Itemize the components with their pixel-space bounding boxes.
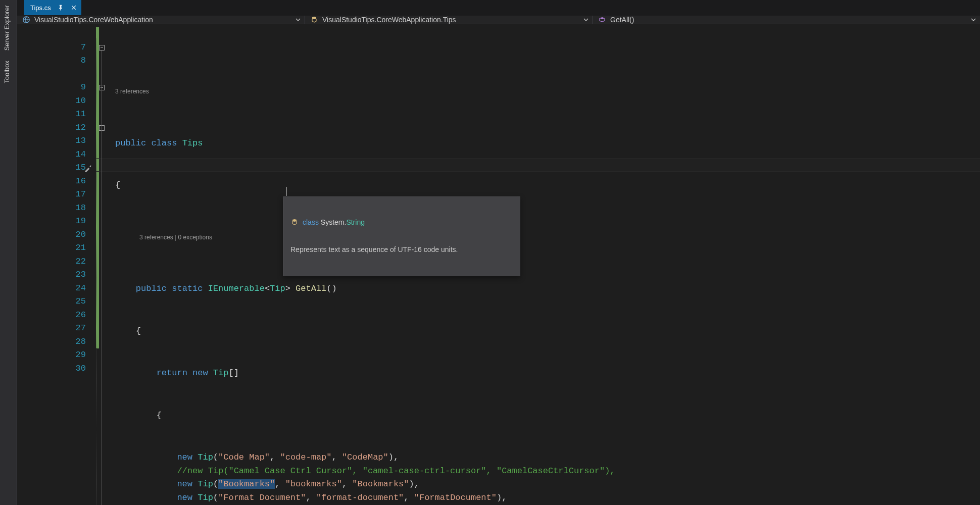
code-line: public class Tips bbox=[115, 137, 980, 150]
code-editor[interactable]: . 78.91011121314151617181920212223242526… bbox=[17, 24, 980, 505]
line-number: 29 bbox=[17, 348, 96, 362]
line-number: 12 bbox=[17, 121, 96, 135]
nav-member-label: GetAll() bbox=[610, 16, 634, 24]
main-area: Tips.cs VisualStudioTips.CoreWebApplicat… bbox=[17, 0, 980, 505]
codelens-method[interactable]: 3 references | 0 exceptions bbox=[115, 231, 980, 244]
code-line: { bbox=[115, 179, 980, 192]
codelens-class[interactable]: 3 references bbox=[115, 85, 980, 98]
line-number: 22 bbox=[17, 255, 96, 269]
nav-project-label: VisualStudioTips.CoreWebApplication bbox=[34, 16, 153, 24]
code-line: return new Tip[] bbox=[115, 367, 980, 380]
document-tab-bar: Tips.cs bbox=[17, 0, 980, 16]
line-number: 25 bbox=[17, 295, 96, 309]
line-number: 13 bbox=[17, 134, 96, 148]
line-number: 17 bbox=[17, 188, 96, 201]
document-tab-title: Tips.cs bbox=[30, 4, 51, 12]
line-number: 14 bbox=[17, 148, 96, 162]
method-icon bbox=[598, 16, 606, 24]
line-number: 28 bbox=[17, 335, 96, 349]
app-root: Server Explorer Toolbox Tips.cs bbox=[0, 0, 980, 505]
nav-project-dropdown[interactable]: VisualStudioTips.CoreWebApplication bbox=[17, 16, 305, 24]
code-line: new Tip("Format Document", "format-docum… bbox=[115, 491, 980, 505]
class-icon bbox=[290, 218, 299, 226]
code-line: { bbox=[115, 325, 980, 338]
toolbox-tab[interactable]: Toolbox bbox=[0, 56, 14, 88]
text-caret bbox=[286, 187, 287, 196]
nav-member-dropdown[interactable]: GetAll() bbox=[593, 16, 980, 24]
document-tab-tips-cs[interactable]: Tips.cs bbox=[24, 0, 81, 15]
line-number: 26 bbox=[17, 309, 96, 322]
outlining-margin bbox=[99, 27, 106, 505]
server-explorer-tab[interactable]: Server Explorer bbox=[0, 0, 14, 56]
class-icon bbox=[310, 16, 318, 24]
line-number: 20 bbox=[17, 228, 96, 242]
line-number: 30 bbox=[17, 362, 96, 376]
chevron-down-icon bbox=[583, 16, 589, 24]
line-number: 23 bbox=[17, 268, 96, 282]
quick-action-glyph[interactable] bbox=[83, 164, 92, 175]
code-line: new Tip("Code Map", "code-map", "CodeMap… bbox=[115, 451, 980, 465]
current-line-highlight bbox=[96, 158, 980, 172]
code-line: //new Tip("Camel Case Ctrl Cursor", "cam… bbox=[115, 465, 980, 478]
line-number: 18 bbox=[17, 201, 96, 215]
line-number: 11 bbox=[17, 108, 96, 121]
line-number: 21 bbox=[17, 241, 96, 255]
code-line: new Tip("Bookmarks", "bookmarks", "Bookm… bbox=[115, 478, 980, 491]
code-body[interactable]: 3 references public class Tips { 3 refer… bbox=[96, 24, 980, 505]
code-line: { bbox=[115, 409, 980, 423]
chevron-down-icon bbox=[296, 16, 301, 24]
line-number: 16 bbox=[17, 175, 96, 188]
close-icon[interactable] bbox=[70, 4, 77, 11]
line-number: 19 bbox=[17, 215, 96, 228]
pin-icon[interactable] bbox=[57, 4, 64, 11]
line-number: 7 bbox=[17, 41, 96, 55]
quickinfo-tooltip: class System.String Represents text as a… bbox=[283, 196, 520, 276]
line-number-gutter: . 78.91011121314151617181920212223242526… bbox=[17, 24, 96, 505]
chevron-down-icon bbox=[971, 16, 976, 24]
line-number: 27 bbox=[17, 322, 96, 335]
line-number: 9 bbox=[17, 81, 96, 94]
line-number: 8 bbox=[17, 54, 96, 68]
nav-type-dropdown[interactable]: VisualStudioTips.CoreWebApplication.Tips bbox=[305, 16, 593, 24]
nav-type-label: VisualStudioTips.CoreWebApplication.Tips bbox=[322, 16, 456, 24]
code-line: public static IEnumerable<Tip> GetAll() bbox=[115, 282, 980, 296]
fold-toggle[interactable] bbox=[99, 45, 105, 50]
line-number: 10 bbox=[17, 94, 96, 108]
navigation-bar: VisualStudioTips.CoreWebApplication Visu… bbox=[17, 16, 980, 24]
line-number: 24 bbox=[17, 282, 96, 295]
side-toolwindow-tabs: Server Explorer Toolbox bbox=[0, 0, 17, 505]
globe-icon bbox=[22, 16, 30, 24]
